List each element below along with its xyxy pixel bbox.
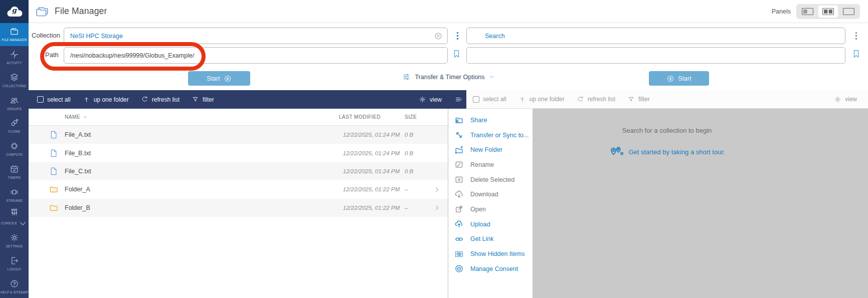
- folder-row-folder-a[interactable]: Folder_A12/22/2025, 01:22 PM–: [29, 180, 448, 198]
- sidebar-item-label: COMPUTE: [6, 153, 23, 157]
- sidebar-item-compute[interactable]: COMPUTE: [0, 138, 29, 161]
- three-panel-button[interactable]: [839, 6, 858, 18]
- sidebar-item-activity[interactable]: ACTIVITY: [0, 46, 29, 69]
- sidebar: g FILE MANAGERACTIVITYCOLLECTIONSGROUPSF…: [0, 0, 29, 298]
- row-name: File_A.txt: [65, 131, 315, 138]
- one-panel-button[interactable]: [798, 6, 817, 18]
- destination-kebab-menu-icon[interactable]: [851, 31, 861, 43]
- start-label: Start: [207, 75, 220, 82]
- select-all-button[interactable]: select all: [37, 96, 71, 103]
- sidebar-item-help-sitemap[interactable]: HELP & SITEMAP: [0, 275, 29, 298]
- destination-path-input[interactable]: [466, 47, 845, 64]
- filter-button[interactable]: filter: [627, 96, 650, 103]
- select-all-checkbox[interactable]: [473, 96, 479, 103]
- sidebar-item-flows[interactable]: FLOWS: [0, 115, 29, 138]
- menu-item-label: Get Link: [470, 235, 494, 242]
- refresh-list-button[interactable]: refresh list: [141, 96, 180, 103]
- path-input[interactable]: [64, 47, 448, 64]
- menu-item-label: Download: [470, 191, 498, 198]
- clear-collection-icon[interactable]: [434, 32, 443, 41]
- main-content: Collection Path Start Transfer & Timer O…: [29, 23, 868, 298]
- menu-item-transfer-or-sync-to[interactable]: Transfer or Sync to...: [448, 128, 533, 143]
- transfer-icon: [454, 130, 464, 140]
- menu-item-rename[interactable]: Rename: [448, 157, 533, 172]
- file-row-file-a-txt[interactable]: File_A.txt12/22/2025, 01:24 PM0 B: [29, 126, 448, 144]
- rename-icon: [454, 160, 464, 169]
- tour-link[interactable]: Get started by taking a short tour.: [609, 146, 725, 158]
- open-icon: [454, 204, 464, 214]
- download-icon: [454, 190, 464, 199]
- row-last-modified: 12/22/2025, 01:24 PM: [315, 168, 400, 174]
- gear-icon: [834, 96, 841, 103]
- sidebar-item-settings[interactable]: SETTINGS: [0, 229, 29, 252]
- source-kebab-menu-icon[interactable]: [453, 31, 462, 43]
- sidebar-item-streams[interactable]: STREAMS: [0, 183, 29, 206]
- refresh-list-label: refresh list: [588, 96, 615, 103]
- menu-item-delete-selected[interactable]: Delete Selected: [448, 172, 533, 187]
- bookmark-icon[interactable]: [851, 49, 861, 61]
- globus-logo[interactable]: g: [0, 0, 29, 23]
- column-size-header[interactable]: SIZE: [400, 114, 429, 120]
- filter-icon: [627, 96, 635, 103]
- file-row-file-b-txt[interactable]: File_B.txt12/22/2025, 01:24 PM0 B: [29, 144, 448, 162]
- up-one-folder-button[interactable]: up one folder: [518, 96, 565, 103]
- bookmark-icon[interactable]: [452, 49, 461, 61]
- three-panel-icon: [842, 8, 855, 16]
- get-link-icon: [454, 234, 464, 244]
- sidebar-item-logout[interactable]: LOGOUT: [0, 252, 29, 275]
- settings-icon: [10, 233, 19, 242]
- select-all-button[interactable]: select all: [473, 96, 506, 103]
- up-one-folder-button[interactable]: up one folder: [83, 96, 129, 103]
- gear-icon: [419, 96, 426, 103]
- row-name: File_B.txt: [65, 150, 315, 157]
- menu-item-new-folder[interactable]: New Folder: [448, 142, 533, 157]
- start-transfer-destination-button[interactable]: Start: [649, 71, 709, 86]
- panels-label: Panels: [772, 8, 791, 15]
- sidebar-item-groups[interactable]: GROUPS: [0, 92, 29, 115]
- sidebar-item-file-manager[interactable]: FILE MANAGER: [0, 23, 29, 46]
- row-last-modified: 12/22/2025, 01:24 PM: [315, 150, 400, 156]
- row-name: Folder_B: [65, 204, 315, 211]
- collection-search-input[interactable]: [466, 28, 845, 44]
- view-button[interactable]: view: [834, 96, 857, 103]
- upload-icon: [454, 219, 464, 229]
- menu-item-open[interactable]: Open: [448, 202, 533, 217]
- filter-button[interactable]: filter: [192, 96, 214, 103]
- column-name-header[interactable]: NAME: [65, 114, 315, 120]
- sidebar-item-timers[interactable]: TIMERS: [0, 161, 29, 184]
- two-panel-button[interactable]: [818, 6, 838, 18]
- view-label: view: [845, 96, 857, 103]
- tour-link-label: Get started by taking a short tour.: [628, 148, 725, 156]
- view-label: view: [430, 96, 442, 103]
- select-all-checkbox[interactable]: [37, 96, 44, 103]
- file-manager-icon: [10, 27, 19, 36]
- chevron-right-icon[interactable]: [429, 186, 445, 193]
- view-button[interactable]: view: [419, 96, 442, 103]
- refresh-list-button[interactable]: refresh list: [577, 96, 615, 103]
- chevron-right-icon[interactable]: [429, 204, 445, 211]
- menu-item-upload[interactable]: Upload: [448, 217, 533, 232]
- collection-input[interactable]: [64, 28, 448, 44]
- transfer-timer-options[interactable]: Transfer & Timer Options: [380, 73, 517, 81]
- row-last-modified: 12/22/2025, 01:22 PM: [315, 186, 400, 192]
- folder-row-folder-b[interactable]: Folder_B12/22/2025, 01:22 PM–: [29, 199, 448, 217]
- column-modified-header[interactable]: LAST MODIFIED: [315, 114, 400, 120]
- menu-item-download[interactable]: Download: [448, 187, 533, 202]
- sidebar-nav: FILE MANAGERACTIVITYCOLLECTIONSGROUPSFLO…: [0, 23, 29, 298]
- row-last-modified: 12/22/2025, 01:24 PM: [315, 132, 400, 138]
- folder-icon: [43, 185, 65, 194]
- file-icon: [43, 167, 65, 176]
- sidebar-item-collections[interactable]: COLLECTIONS: [0, 69, 29, 92]
- file-row-file-c-txt[interactable]: File_C.txt12/22/2025, 01:24 PM0 B: [29, 162, 448, 180]
- menu-item-get-link[interactable]: Get Link: [448, 232, 533, 247]
- start-transfer-source-button[interactable]: Start: [188, 71, 250, 86]
- collection-field: [64, 28, 448, 44]
- menu-item-share[interactable]: Share: [448, 113, 533, 128]
- file-actions-menu: ShareTransfer or Sync to...New FolderRen…: [448, 109, 533, 298]
- sidebar-item-console[interactable]: CONSOLE: [0, 206, 29, 229]
- up-arrow-icon: [83, 96, 90, 103]
- menu-item-show-hidden-items[interactable]: Show Hidden Items: [448, 246, 533, 261]
- name-column-label: NAME: [65, 114, 80, 120]
- menu-item-manage-consent[interactable]: Manage Consent: [448, 261, 533, 276]
- collapse-panel-icon[interactable]: [455, 96, 462, 103]
